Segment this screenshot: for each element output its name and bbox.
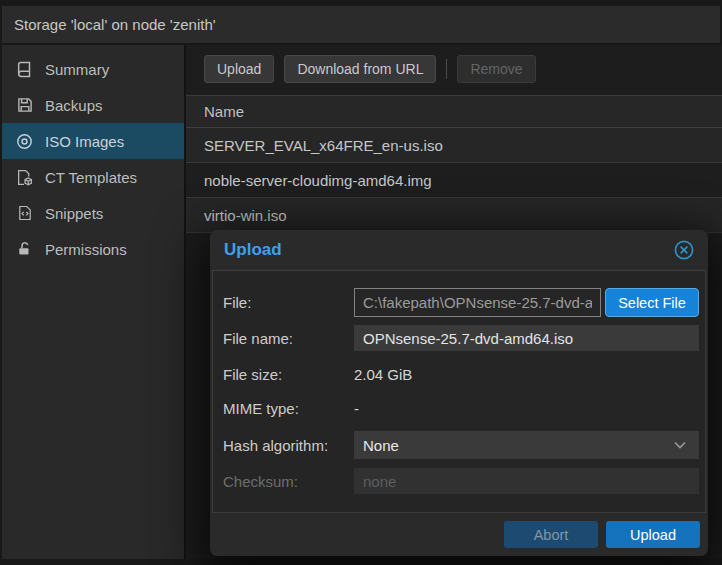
toolbar-separator: [446, 59, 447, 79]
chevron-down-icon: [674, 441, 686, 449]
filename-value: OPNsense-25.7-dvd-amd64.iso: [363, 330, 573, 347]
unlock-icon: [16, 241, 33, 258]
table-row[interactable]: noble-server-cloudimg-amd64.img: [186, 163, 722, 198]
mimetype-value: -: [354, 400, 359, 417]
close-icon[interactable]: [672, 238, 696, 262]
sidebar-item-label: Summary: [45, 61, 109, 78]
table-header[interactable]: Name: [186, 95, 722, 128]
iso-file-name: virtio-win.iso: [204, 207, 287, 224]
sidebar-item-label: Snippets: [45, 205, 103, 222]
select-file-button[interactable]: Select File: [605, 288, 699, 317]
upload-form: File: Select File File name: OPNsense-25…: [212, 270, 706, 513]
remove-button: Remove: [457, 55, 535, 83]
hash-field-label: Hash algorithm:: [223, 437, 328, 454]
filename-field[interactable]: OPNsense-25.7-dvd-amd64.iso: [354, 325, 699, 351]
sidebar-item-label: ISO Images: [45, 133, 124, 150]
checksum-field-label: Checksum:: [223, 473, 298, 490]
filesize-value: 2.04 GiB: [354, 366, 412, 383]
table-row[interactable]: SERVER_EVAL_x64FRE_en-us.iso: [186, 128, 722, 163]
hash-algorithm-select[interactable]: None: [354, 431, 699, 459]
iso-file-name: SERVER_EVAL_x64FRE_en-us.iso: [204, 137, 443, 154]
window-titlebar: Storage 'local' on node 'zenith': [2, 6, 720, 44]
filename-field-label: File name:: [223, 330, 293, 347]
sidebar-item-label: Backups: [45, 97, 103, 114]
page-title: Storage 'local' on node 'zenith': [14, 16, 216, 33]
mimetype-field-label: MIME type:: [223, 400, 299, 417]
sidebar-item-permissions[interactable]: Permissions: [2, 231, 184, 267]
sidebar-item-label: CT Templates: [45, 169, 137, 186]
upload-button[interactable]: Upload: [204, 55, 274, 83]
column-header-name: Name: [204, 103, 244, 120]
file-field-label: File:: [223, 294, 251, 311]
sidebar-item-label: Permissions: [45, 241, 127, 258]
abort-button: Abort: [504, 521, 598, 548]
floppy-icon: [16, 97, 33, 114]
content-toolbar: Upload Download from URL Remove: [204, 55, 722, 83]
storage-sidebar: Summary Backups: [2, 45, 186, 559]
dialog-title: Upload: [224, 240, 282, 260]
sidebar-item-snippets[interactable]: Snippets: [2, 195, 184, 231]
content-table: Name SERVER_EVAL_x64FRE_en-us.iso noble-…: [186, 95, 722, 233]
table-row[interactable]: virtio-win.iso: [186, 198, 722, 233]
book-icon: [16, 61, 33, 78]
sidebar-item-backups[interactable]: Backups: [2, 87, 184, 123]
upload-dialog: Upload File: Select File File name: OPNs…: [210, 230, 708, 556]
file-path-input[interactable]: [354, 288, 601, 317]
disc-icon: [16, 133, 33, 150]
checksum-input: [354, 468, 699, 494]
file-code-icon: [16, 205, 33, 222]
upload-dialog-footer: Abort Upload: [212, 513, 706, 556]
filesize-field-label: File size:: [223, 366, 282, 383]
file-cube-icon: [16, 169, 33, 186]
storage-content-window: Storage 'local' on node 'zenith' Summary: [0, 0, 722, 565]
sidebar-item-iso-images[interactable]: ISO Images: [2, 123, 184, 159]
hash-selected-value: None: [363, 437, 399, 454]
sidebar-item-summary[interactable]: Summary: [2, 51, 184, 87]
download-from-url-button[interactable]: Download from URL: [284, 55, 436, 83]
upload-dialog-header[interactable]: Upload: [210, 230, 708, 270]
iso-file-name: noble-server-cloudimg-amd64.img: [204, 172, 432, 189]
sidebar-item-ct-templates[interactable]: CT Templates: [2, 159, 184, 195]
dialog-upload-button[interactable]: Upload: [606, 521, 700, 548]
